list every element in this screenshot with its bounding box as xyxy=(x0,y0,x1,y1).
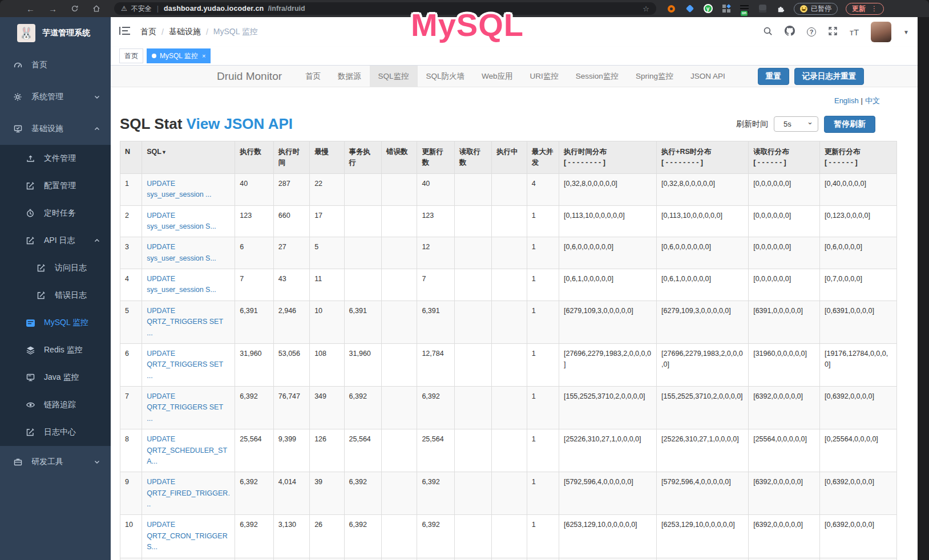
sidebar-item-system-mgmt[interactable]: 系统管理 xyxy=(0,81,111,113)
sidebar-item-error-log[interactable]: 错误日志 xyxy=(0,282,111,309)
scrollbar[interactable] xyxy=(918,17,929,560)
column-header[interactable]: SQL▼ xyxy=(142,141,235,174)
home-icon[interactable] xyxy=(92,5,100,13)
page-title: SQL Stat View JSON API xyxy=(120,115,293,133)
sql-link[interactable]: UPDATE QRTZ_TRIGGERS SET ... xyxy=(147,350,223,380)
sql-link[interactable]: UPDATE sys_user_session ... xyxy=(147,180,211,198)
sidebar-item-file-mgmt[interactable]: 文件管理 xyxy=(0,145,111,172)
sql-link[interactable]: UPDATE QRTZ_TRIGGERS SET ... xyxy=(147,392,223,423)
lang-chinese-link[interactable]: 中文 xyxy=(865,96,880,105)
cell-d2: [0,6,0,0,0,0,0,0] xyxy=(657,237,749,269)
sidebar-item-api-log[interactable]: API 日志 xyxy=(0,227,111,254)
bookmark-star-icon[interactable]: ☆ xyxy=(643,5,649,13)
chrome-menu-icon[interactable]: ⋮ xyxy=(871,5,878,13)
tag-active[interactable]: MySQL 监控× xyxy=(147,48,211,63)
sidebar-item-redis-monitor[interactable]: Redis 监控 xyxy=(0,336,111,364)
sidebar-item-infrastructure[interactable]: 基础设施 xyxy=(0,113,111,145)
app-navbar: 首页/基础设施/MySQL 监控 ? ᴛT ▼ xyxy=(111,17,918,47)
cell-time: 4,014 xyxy=(273,472,309,515)
log-and-reset-button[interactable]: 记录日志并重置 xyxy=(794,68,865,85)
chevron-down-icon[interactable]: ▼ xyxy=(903,29,909,35)
sidebar-item-config-mgmt[interactable]: 配置管理 xyxy=(0,172,111,200)
extensions-puzzle-icon[interactable] xyxy=(776,4,786,14)
cell-tx xyxy=(344,173,381,205)
lang-english-link[interactable]: English xyxy=(834,96,859,105)
druid-tab[interactable]: URI监控 xyxy=(522,66,567,87)
sidebar-item-tracing[interactable]: 链路追踪 xyxy=(0,391,111,419)
forward-icon[interactable]: → xyxy=(49,4,57,14)
cell-running xyxy=(492,472,527,515)
sidebar-item-log-center[interactable]: 日志中心 xyxy=(0,419,111,446)
extension-donut-icon[interactable] xyxy=(667,4,676,14)
sql-link[interactable]: UPDATE QRTZ_FIRED_TRIGGER... xyxy=(147,478,230,508)
tag-item[interactable]: 首页 xyxy=(119,48,143,63)
sidebar-item-access-log[interactable]: 访问日志 xyxy=(0,254,111,282)
cell-d4: [0,6392,0,0,0,0] xyxy=(819,515,896,558)
cell-d4: [0,123,0,0,0,0] xyxy=(819,205,896,237)
cell-d2: [0,32,8,0,0,0,0,0] xyxy=(657,173,749,205)
cell-running xyxy=(492,301,527,343)
druid-tab[interactable]: JSON API xyxy=(682,66,734,87)
cell-slow: 26 xyxy=(310,515,344,558)
cell-time: 37,225 xyxy=(273,558,309,560)
extension-grid-icon[interactable] xyxy=(721,4,731,14)
github-icon[interactable] xyxy=(785,26,795,38)
extension-green-icon[interactable]: y xyxy=(703,4,713,14)
druid-tab[interactable]: Spring监控 xyxy=(627,66,682,87)
cell-conc: 1 xyxy=(527,269,559,301)
cell-running xyxy=(492,429,527,472)
chrome-update-button[interactable]: 更新 ⋮ xyxy=(846,3,884,15)
extension-dark-icon[interactable] xyxy=(758,4,768,14)
cell-time: 27 xyxy=(273,237,309,269)
sidebar-item-label: 访问日志 xyxy=(55,263,87,273)
sidebar-item-scheduled-jobs[interactable]: 定时任务 xyxy=(0,200,111,227)
druid-tab[interactable]: SQL监控 xyxy=(370,66,418,87)
sidebar-item-mysql-monitor[interactable]: MySQL 监控 xyxy=(0,309,111,336)
pause-refresh-button[interactable]: 暂停刷新 xyxy=(824,116,875,133)
hamburger-icon[interactable] xyxy=(119,26,131,38)
search-icon[interactable] xyxy=(763,26,773,38)
cell-conc: 1 xyxy=(527,237,559,269)
refresh-interval-select[interactable]: 5s xyxy=(774,116,818,132)
close-icon[interactable]: × xyxy=(202,52,205,59)
reset-button[interactable]: 重置 xyxy=(758,68,789,85)
druid-brand: Druid Monitor xyxy=(217,70,282,83)
sidebar-item-dev-tools[interactable]: 研发工具 xyxy=(0,446,111,478)
extension-gem-icon[interactable] xyxy=(685,4,694,14)
url-bar[interactable]: ⚠ 不安全 | dashboard.yudao.iocoder.cn/infra… xyxy=(114,2,656,15)
cell-slow: 126 xyxy=(310,429,344,472)
sql-link[interactable]: UPDATE sys_user_session S... xyxy=(147,212,216,230)
cell-slow: 11 xyxy=(310,269,344,301)
column-header: 最慢 xyxy=(310,141,344,174)
cell-d4: [0,25564,0,0,0,0] xyxy=(819,429,896,472)
sql-link[interactable]: UPDATE QRTZ_TRIGGERS SET ... xyxy=(147,307,223,337)
sql-link[interactable]: UPDATE sys_user_session S... xyxy=(147,275,216,294)
sidebar-item-label: 基础设施 xyxy=(31,124,63,134)
druid-tab[interactable]: SQL防火墙 xyxy=(418,66,474,87)
sidebar-item-home[interactable]: 首页 xyxy=(0,49,111,81)
druid-tab[interactable]: 数据源 xyxy=(329,66,370,87)
breadcrumb-item[interactable]: 基础设施 xyxy=(169,27,201,37)
druid-tab[interactable]: Session监控 xyxy=(567,66,627,87)
cell-err xyxy=(381,269,417,301)
cell-read xyxy=(454,269,491,301)
sql-link[interactable]: UPDATE sys_user_session S... xyxy=(147,243,216,262)
sidebar-item-java-monitor[interactable]: Java 监控 xyxy=(0,364,111,391)
extension-list-icon[interactable]: on xyxy=(740,4,749,14)
font-size-icon[interactable]: ᴛT xyxy=(850,27,859,37)
sql-link[interactable]: UPDATE QRTZ_SCHEDULER_STA... xyxy=(147,435,227,465)
sql-link[interactable]: UPDATE QRTZ_CRON_TRIGGERS... xyxy=(147,521,227,551)
view-json-api-link[interactable]: View JSON API xyxy=(187,115,293,132)
upload-icon xyxy=(25,154,35,163)
fullscreen-icon[interactable] xyxy=(828,26,838,38)
cell-n: 4 xyxy=(120,269,142,301)
cell-d1: [155,2525,3710,2,0,0,0,0] xyxy=(559,387,656,429)
profile-paused-chip[interactable]: 已暂停 xyxy=(794,3,838,15)
reload-icon[interactable] xyxy=(71,5,79,13)
druid-tab[interactable]: Web应用 xyxy=(473,66,522,87)
druid-tab[interactable]: 首页 xyxy=(297,66,329,87)
breadcrumb-item[interactable]: 首页 xyxy=(140,27,156,37)
back-icon[interactable]: ← xyxy=(26,4,35,14)
avatar[interactable] xyxy=(871,22,891,42)
help-icon[interactable]: ? xyxy=(807,27,816,36)
